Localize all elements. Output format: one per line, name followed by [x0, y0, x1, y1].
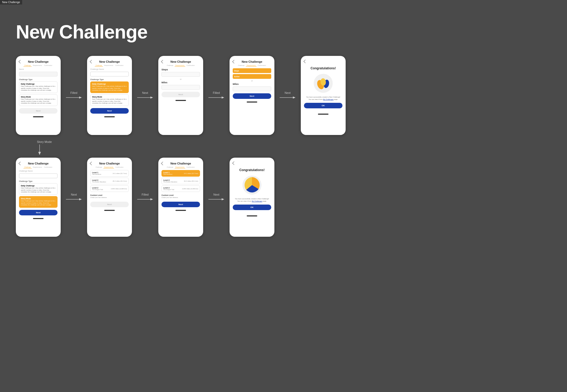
tab-confirmation-3[interactable]: Confirmation — [186, 64, 196, 67]
phone-tabs-4: Challenge Requirements Confirmation — [233, 64, 271, 67]
section-label-b1: Challenge Type — [19, 180, 58, 182]
next-btn-b3[interactable]: Next — [161, 202, 200, 207]
tab-requirements-b3[interactable]: Requirements — [175, 166, 185, 168]
arrow-svg-next-1 — [137, 95, 153, 100]
story-mode-option-2[interactable]: Story Mode Daily Challenges are 1-day ac… — [90, 94, 129, 106]
ok-btn-1[interactable]: OK — [304, 103, 342, 108]
svg-marker-1 — [79, 96, 82, 99]
arrow-svg-2 — [208, 95, 224, 100]
story-title-b1: Story Mode — [21, 198, 56, 200]
name-label-b1: Challenge Name — [19, 170, 58, 172]
arrow-filled-b1: Filled — [132, 193, 158, 201]
custom-level-b3[interactable]: Custom Level Create your own distance. — [161, 193, 200, 200]
level-item-2-b3[interactable]: Level 2 The Boston Marathon 16.2 miles (… — [161, 178, 200, 184]
steps-input-4[interactable]: Active — [233, 74, 271, 79]
or-text-3: or — [161, 78, 200, 80]
tab-requirements-b1[interactable]: Requirements — [32, 166, 43, 168]
custom-level-b2[interactable]: Custom Level Create your own distance. — [90, 193, 129, 200]
arrow-label-next-2: Next — [285, 91, 291, 94]
steps-label-4: Steps — [233, 68, 271, 73]
svg-marker-7 — [293, 96, 296, 99]
next-btn-b2[interactable]: Next — [90, 202, 129, 207]
arrow-label-filled-b1: Filled — [142, 193, 149, 196]
story-mode-option-1[interactable]: Story Mode Daily Challenges are 1-day ac… — [19, 94, 58, 106]
level-item-3-b2[interactable]: Level 2 The Dragon Trail 2,050 miles (3,… — [90, 185, 129, 192]
miles-input-3[interactable] — [161, 85, 200, 90]
tab-challenge-b2[interactable]: Challenge — [95, 166, 103, 168]
tab-challenge-b1[interactable]: Challenge — [23, 166, 32, 168]
congrats-content-2: Congratulations! You have successfully c… — [233, 166, 271, 213]
name-input-2[interactable] — [90, 72, 129, 76]
next-btn-1[interactable]: Next — [19, 108, 58, 114]
congrats-link-2[interactable]: My Challenges — [252, 200, 262, 202]
tab-requirements-1[interactable]: Requirements — [32, 64, 43, 67]
phone-tabs-b3: Challenge Requirements Confirmation — [161, 166, 200, 168]
next-btn-b1[interactable]: Next — [19, 210, 58, 215]
next-btn-2[interactable]: Next — [90, 108, 129, 114]
miles-label-3: Miles — [161, 81, 200, 84]
svg-marker-19 — [222, 198, 224, 200]
tab-challenge-b3[interactable]: Challenge — [166, 166, 174, 168]
tab-challenge-1[interactable]: Challenge — [23, 64, 32, 67]
tab-confirmation-b3[interactable]: Confirmation — [186, 166, 196, 168]
miles-input-4[interactable] — [233, 86, 271, 91]
tab-confirmation-2[interactable]: Confirmation — [115, 64, 124, 67]
daily-challenge-option-1[interactable]: Daily Challenge Daily Challenges are 1-d… — [19, 81, 58, 93]
back-btn-5[interactable] — [303, 60, 307, 63]
level-item-2-b2[interactable]: Level 2 The Boston Marathon 26.2 miles (… — [90, 178, 129, 184]
back-btn-b4[interactable] — [232, 161, 236, 165]
steps-label-3: Steps — [161, 68, 200, 71]
story-mode-section: Story Mode — [37, 140, 551, 155]
story-title-1: Story Mode — [21, 96, 56, 98]
phone-screen-b3: New Challenge Challenge Requirements Con… — [158, 158, 203, 237]
ok-btn-2[interactable]: OK — [233, 205, 271, 210]
arrow-filled-2: Filled — [203, 91, 230, 100]
page-title: New Challenge — [16, 21, 551, 43]
tab-requirements-4[interactable]: Requirements — [246, 64, 256, 67]
daily-title-2: Daily Challenge — [92, 83, 127, 85]
phone-title-4: New Challenge — [235, 60, 269, 63]
svg-marker-5 — [222, 96, 224, 99]
arrow-label-next-b1: Next — [71, 193, 77, 196]
tab-challenge-2[interactable]: Challenge — [95, 64, 103, 67]
phone-title-b3: New Challenge — [164, 162, 197, 165]
tab-challenge-3[interactable]: Challenge — [166, 64, 174, 67]
daily-challenge-option-2[interactable]: Daily Challenge Daily Challenges are 1-d… — [90, 81, 129, 93]
next-btn-3[interactable]: Next — [161, 92, 200, 97]
story-mode-arrow-area: Story Mode — [37, 140, 52, 155]
arrow-filled-1: Filled — [61, 91, 87, 100]
arrow-next-b1: Next — [61, 193, 87, 201]
tab-challenge-4[interactable]: Challenge — [237, 64, 245, 67]
name-input-b1[interactable] — [19, 173, 58, 178]
tab-requirements-b2[interactable]: Requirements — [103, 166, 114, 168]
congrats-desc-2: You have successfully created a New Chal… — [233, 198, 271, 202]
tab-confirmation-b2[interactable]: Confirmation — [115, 166, 124, 168]
phone-screen-5: Congratulations! You have successfully c… — [301, 56, 346, 135]
name-input-1[interactable] — [19, 72, 58, 76]
daily-title-b1: Daily Challenge — [21, 185, 56, 187]
daily-option-b1[interactable]: Daily Challenge Daily Challenges are 1-d… — [19, 183, 58, 195]
phone-screen-1: New Challenge Challenge Requirements Con… — [16, 56, 61, 135]
congrats-link-1[interactable]: My Challenges — [323, 99, 333, 100]
level-item-1-b3[interactable]: Level 1 Half Marathon 14.1 miles (22.7 k… — [161, 170, 200, 177]
tab-confirmation-1[interactable]: Confirmation — [43, 64, 53, 67]
phone-title-b1: New Challenge — [22, 162, 55, 165]
tab-confirmation-4[interactable]: Confirmation — [257, 64, 267, 67]
next-btn-4[interactable]: Next — [233, 93, 271, 99]
phone-screen-3: New Challenge Challenge Requirements Con… — [158, 56, 203, 135]
tab-confirmation-b1[interactable]: Confirmation — [43, 166, 53, 168]
level-item-1-b2[interactable]: Level 1 Half Marathon 14.1 miles (22.7 k… — [90, 170, 129, 177]
illustration-2 — [233, 175, 271, 196]
tab-requirements-3[interactable]: Requirements — [175, 64, 185, 67]
phone-tabs-3: Challenge Requirements Confirmation — [161, 64, 200, 67]
top-bar-label: New Challenge — [2, 1, 20, 4]
arrow-label-next-b3: Next — [213, 193, 220, 196]
illustration-1 — [304, 73, 342, 94]
section-label-2: Challenge Type — [90, 79, 129, 80]
arrow-label-filled-1: Filled — [70, 91, 77, 94]
name-label-2: Challenge Name — [90, 68, 129, 70]
tab-requirements-2[interactable]: Requirements — [103, 64, 114, 67]
level-item-3-b3[interactable]: Level 2 The Dragon Trail 2,050 miles (3,… — [161, 185, 200, 192]
story-option-b1[interactable]: Story Mode Daily Challenges are 1-day ac… — [19, 196, 58, 208]
steps-input-3[interactable] — [161, 72, 200, 77]
